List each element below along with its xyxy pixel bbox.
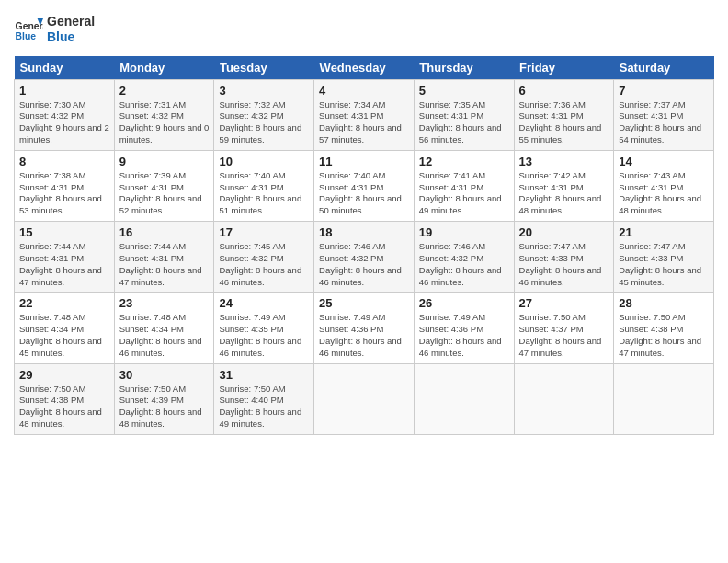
calendar-week-row: 1Sunrise: 7:30 AMSunset: 4:32 PMDaylight… (15, 79, 714, 150)
day-number: 12 (419, 155, 509, 168)
calendar-header-row: SundayMondayTuesdayWednesdayThursdayFrid… (15, 56, 714, 80)
day-number: 8 (19, 155, 109, 168)
calendar-cell: 23Sunrise: 7:48 AMSunset: 4:34 PMDayligh… (114, 293, 214, 363)
day-number: 4 (319, 84, 409, 98)
calendar-cell: 31Sunrise: 7:50 AMSunset: 4:40 PMDayligh… (214, 363, 314, 434)
day-info: Sunrise: 7:47 AMSunset: 4:33 PMDaylight:… (519, 241, 609, 288)
calendar-cell: 25Sunrise: 7:49 AMSunset: 4:36 PMDayligh… (314, 293, 415, 363)
day-header-monday: Monday (114, 56, 214, 80)
header: General Blue General Blue (14, 14, 714, 45)
calendar-week-row: 8Sunrise: 7:38 AMSunset: 4:31 PMDaylight… (15, 150, 714, 221)
calendar-cell (314, 363, 415, 434)
day-info: Sunrise: 7:47 AMSunset: 4:33 PMDaylight:… (619, 241, 709, 288)
day-info: Sunrise: 7:49 AMSunset: 4:36 PMDaylight:… (319, 312, 409, 359)
day-header-thursday: Thursday (414, 56, 514, 80)
calendar-week-row: 15Sunrise: 7:44 AMSunset: 4:31 PMDayligh… (15, 222, 714, 293)
svg-text:General: General (16, 21, 43, 31)
calendar-cell: 24Sunrise: 7:49 AMSunset: 4:35 PMDayligh… (214, 293, 314, 363)
day-info: Sunrise: 7:39 AMSunset: 4:31 PMDaylight:… (119, 170, 210, 217)
day-header-wednesday: Wednesday (314, 56, 415, 80)
day-info: Sunrise: 7:41 AMSunset: 4:31 PMDaylight:… (419, 170, 509, 217)
day-info: Sunrise: 7:44 AMSunset: 4:31 PMDaylight:… (19, 241, 109, 288)
calendar-cell: 17Sunrise: 7:45 AMSunset: 4:32 PMDayligh… (214, 222, 314, 293)
day-info: Sunrise: 7:48 AMSunset: 4:34 PMDaylight:… (19, 312, 109, 359)
day-number: 21 (619, 225, 709, 239)
day-number: 7 (619, 84, 709, 98)
calendar-cell: 16Sunrise: 7:44 AMSunset: 4:31 PMDayligh… (114, 222, 214, 293)
calendar-body: 1Sunrise: 7:30 AMSunset: 4:32 PMDaylight… (15, 79, 714, 434)
day-info: Sunrise: 7:50 AMSunset: 4:39 PMDaylight:… (119, 384, 210, 431)
day-info: Sunrise: 7:46 AMSunset: 4:32 PMDaylight:… (319, 241, 409, 288)
day-info: Sunrise: 7:44 AMSunset: 4:31 PMDaylight:… (119, 241, 210, 288)
calendar-cell: 30Sunrise: 7:50 AMSunset: 4:39 PMDayligh… (114, 363, 214, 434)
day-number: 5 (419, 84, 509, 98)
calendar-cell: 13Sunrise: 7:42 AMSunset: 4:31 PMDayligh… (514, 150, 614, 221)
calendar-cell: 22Sunrise: 7:48 AMSunset: 4:34 PMDayligh… (15, 293, 115, 363)
calendar-cell: 5Sunrise: 7:35 AMSunset: 4:31 PMDaylight… (414, 79, 514, 150)
day-number: 25 (319, 296, 409, 310)
day-number: 6 (519, 84, 609, 98)
day-number: 13 (519, 155, 609, 168)
calendar-week-row: 22Sunrise: 7:48 AMSunset: 4:34 PMDayligh… (15, 293, 714, 363)
day-header-saturday: Saturday (614, 56, 714, 80)
day-number: 20 (519, 225, 609, 239)
day-info: Sunrise: 7:31 AMSunset: 4:32 PMDaylight:… (119, 99, 210, 146)
day-info: Sunrise: 7:46 AMSunset: 4:32 PMDaylight:… (419, 241, 509, 288)
day-info: Sunrise: 7:35 AMSunset: 4:31 PMDaylight:… (419, 99, 509, 146)
day-info: Sunrise: 7:50 AMSunset: 4:37 PMDaylight:… (519, 312, 609, 359)
calendar-cell: 2Sunrise: 7:31 AMSunset: 4:32 PMDaylight… (114, 79, 214, 150)
calendar-cell (514, 363, 614, 434)
day-number: 11 (319, 155, 409, 168)
day-number: 24 (219, 296, 309, 310)
day-info: Sunrise: 7:38 AMSunset: 4:31 PMDaylight:… (19, 170, 109, 217)
day-info: Sunrise: 7:49 AMSunset: 4:36 PMDaylight:… (419, 312, 509, 359)
calendar-cell (614, 363, 714, 434)
calendar-cell: 3Sunrise: 7:32 AMSunset: 4:32 PMDaylight… (214, 79, 314, 150)
day-info: Sunrise: 7:36 AMSunset: 4:31 PMDaylight:… (519, 99, 609, 146)
calendar-cell: 10Sunrise: 7:40 AMSunset: 4:31 PMDayligh… (214, 150, 314, 221)
day-number: 10 (219, 155, 309, 168)
calendar-cell: 29Sunrise: 7:50 AMSunset: 4:38 PMDayligh… (15, 363, 115, 434)
day-number: 19 (419, 225, 509, 239)
day-info: Sunrise: 7:40 AMSunset: 4:31 PMDaylight:… (319, 170, 409, 217)
day-number: 18 (319, 225, 409, 239)
day-number: 16 (119, 225, 210, 239)
calendar-week-row: 29Sunrise: 7:50 AMSunset: 4:38 PMDayligh… (15, 363, 714, 434)
day-info: Sunrise: 7:42 AMSunset: 4:31 PMDaylight:… (519, 170, 609, 217)
day-number: 31 (219, 368, 309, 382)
day-header-tuesday: Tuesday (214, 56, 314, 80)
calendar-cell (414, 363, 514, 434)
day-number: 26 (419, 296, 509, 310)
day-info: Sunrise: 7:43 AMSunset: 4:31 PMDaylight:… (619, 170, 709, 217)
calendar-cell: 11Sunrise: 7:40 AMSunset: 4:31 PMDayligh… (314, 150, 415, 221)
calendar-table: SundayMondayTuesdayWednesdayThursdayFrid… (14, 56, 714, 435)
calendar-cell: 6Sunrise: 7:36 AMSunset: 4:31 PMDaylight… (514, 79, 614, 150)
day-number: 22 (19, 296, 109, 310)
day-number: 1 (19, 84, 109, 98)
day-info: Sunrise: 7:50 AMSunset: 4:38 PMDaylight:… (619, 312, 709, 359)
calendar-cell: 28Sunrise: 7:50 AMSunset: 4:38 PMDayligh… (614, 293, 714, 363)
calendar-cell: 8Sunrise: 7:38 AMSunset: 4:31 PMDaylight… (15, 150, 115, 221)
calendar-cell: 7Sunrise: 7:37 AMSunset: 4:31 PMDaylight… (614, 79, 714, 150)
day-header-friday: Friday (514, 56, 614, 80)
svg-text:Blue: Blue (16, 31, 37, 41)
calendar-cell: 19Sunrise: 7:46 AMSunset: 4:32 PMDayligh… (414, 222, 514, 293)
calendar-cell: 26Sunrise: 7:49 AMSunset: 4:36 PMDayligh… (414, 293, 514, 363)
calendar-cell: 18Sunrise: 7:46 AMSunset: 4:32 PMDayligh… (314, 222, 415, 293)
day-number: 23 (119, 296, 210, 310)
calendar-cell: 14Sunrise: 7:43 AMSunset: 4:31 PMDayligh… (614, 150, 714, 221)
day-number: 28 (619, 296, 709, 310)
day-info: Sunrise: 7:48 AMSunset: 4:34 PMDaylight:… (119, 312, 210, 359)
day-info: Sunrise: 7:50 AMSunset: 4:38 PMDaylight:… (19, 384, 109, 431)
calendar-cell: 20Sunrise: 7:47 AMSunset: 4:33 PMDayligh… (514, 222, 614, 293)
day-number: 29 (19, 368, 109, 382)
day-info: Sunrise: 7:40 AMSunset: 4:31 PMDaylight:… (219, 170, 309, 217)
day-info: Sunrise: 7:45 AMSunset: 4:32 PMDaylight:… (219, 241, 309, 288)
day-info: Sunrise: 7:49 AMSunset: 4:35 PMDaylight:… (219, 312, 309, 359)
day-number: 3 (219, 84, 309, 98)
day-number: 30 (119, 368, 210, 382)
calendar-cell: 1Sunrise: 7:30 AMSunset: 4:32 PMDaylight… (15, 79, 115, 150)
calendar-cell: 12Sunrise: 7:41 AMSunset: 4:31 PMDayligh… (414, 150, 514, 221)
day-number: 15 (19, 225, 109, 239)
day-info: Sunrise: 7:50 AMSunset: 4:40 PMDaylight:… (219, 384, 309, 431)
